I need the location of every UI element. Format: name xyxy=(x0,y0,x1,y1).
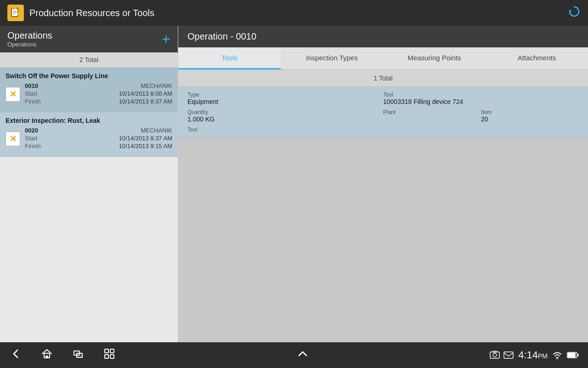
bottom-nav-left xyxy=(9,347,116,363)
app-icon xyxy=(7,5,24,21)
spacer-cell-3 xyxy=(285,109,383,123)
operation-2-start-value: 10/14/2013 8:37 AM xyxy=(119,135,172,142)
tool-detail-row: Type Equipment Tool 10003318 Filling dev… xyxy=(178,87,588,138)
operation-2-title: Exterior Inspection: Rust, Leak xyxy=(6,117,172,124)
plant-label: Plant xyxy=(383,109,481,115)
svg-rect-18 xyxy=(504,352,513,358)
tools-total: 1 Total xyxy=(178,70,588,87)
bottom-nav-center xyxy=(296,347,309,363)
svg-rect-1 xyxy=(13,8,16,9)
item-cell: Item 20 xyxy=(481,109,579,123)
quantity-cell: Quantity 1.000 KG xyxy=(187,109,285,123)
bottom-nav-right: 4:14PM xyxy=(490,349,579,361)
operation-item-2[interactable]: Exterior Inspection: Rust, Leak ✕ 0020 M… xyxy=(0,112,178,157)
operation-2-status: ✕ xyxy=(6,132,20,146)
tab-attachments[interactable]: Attachments xyxy=(486,47,588,69)
x-mark-icon-1: ✕ xyxy=(10,89,17,99)
left-header: Operations Operations + xyxy=(0,26,178,52)
up-button[interactable] xyxy=(296,347,309,363)
tabs-bar: Tools Inspection Types Measuring Points … xyxy=(178,47,588,70)
svg-rect-11 xyxy=(105,349,108,353)
app-title: Production Resources or Tools xyxy=(29,8,154,18)
operation-1-role: MECHANIK xyxy=(141,82,172,89)
svg-rect-15 xyxy=(490,352,499,358)
tools-content-area: 1 Total Type Equipment Tool 10003318 Fil… xyxy=(178,70,588,368)
operations-title: Operations xyxy=(7,30,52,41)
svg-rect-14 xyxy=(110,355,114,358)
tab-inspection-types[interactable]: Inspection Types xyxy=(281,47,383,69)
operation-1-start-line: Start 10/14/2013 8:00 AM xyxy=(25,90,172,97)
battery-icon xyxy=(567,351,579,359)
operation-1-title: Switch Off the Power Supply Line xyxy=(6,72,172,80)
recents-button[interactable] xyxy=(72,347,85,363)
time-display: 4:14PM xyxy=(518,349,548,361)
item-value: 20 xyxy=(481,115,579,123)
svg-marker-5 xyxy=(570,9,572,12)
status-icons xyxy=(490,350,514,360)
wifi-icon xyxy=(552,350,562,360)
svg-rect-22 xyxy=(577,354,579,356)
home-button[interactable] xyxy=(40,347,53,363)
operation-2-start-label: Start xyxy=(25,135,45,142)
operation-detail-header: Operation - 0010 xyxy=(178,26,588,47)
quantity-label: Quantity xyxy=(187,109,285,115)
operation-1-details: 0010 MECHANIK Start 10/14/2013 8:00 AM F… xyxy=(25,82,172,106)
top-bar-left: Production Resources or Tools xyxy=(7,5,154,21)
operation-1-finish-value: 10/14/2013 8:37 AM xyxy=(119,98,172,105)
bottom-bar: 4:14PM xyxy=(0,342,588,368)
text-label: Text xyxy=(187,126,285,133)
operation-2-header-line: 0020 MECHANIK xyxy=(25,127,172,134)
tool-detail-grid: Type Equipment Tool 10003318 Filling dev… xyxy=(187,92,579,133)
operations-total: 2 Total xyxy=(0,52,178,68)
plant-cell: Plant xyxy=(383,109,481,123)
operation-2-start-line: Start 10/14/2013 8:37 AM xyxy=(25,135,172,142)
svg-rect-7 xyxy=(45,356,48,358)
operation-1-start-label: Start xyxy=(25,90,45,97)
operation-2-role: MECHANIK xyxy=(141,127,172,134)
operation-2-row: ✕ 0020 MECHANIK Start 10/14/2013 8:37 AM… xyxy=(6,127,172,150)
item-label: Item xyxy=(481,109,579,115)
operation-item-1[interactable]: Switch Off the Power Supply Line ✕ 0010 … xyxy=(0,68,178,112)
svg-rect-21 xyxy=(568,353,576,357)
operation-1-header-line: 0010 MECHANIK xyxy=(25,82,172,89)
back-button[interactable] xyxy=(9,347,22,363)
operation-1-row: ✕ 0010 MECHANIK Start 10/14/2013 8:00 AM… xyxy=(6,82,172,106)
operation-1-number: 0010 xyxy=(25,82,38,89)
quantity-value: 1.000 KG xyxy=(187,115,285,123)
tab-tools[interactable]: Tools xyxy=(178,47,281,69)
right-panel: Operation - 0010 Tools Inspection Types … xyxy=(178,26,588,368)
operation-2-finish-value: 10/14/2013 9:15 AM xyxy=(119,143,172,150)
svg-rect-13 xyxy=(105,355,108,358)
main-content: Operations Operations + 2 Total Switch O… xyxy=(0,26,588,368)
tool-label: Tool xyxy=(383,92,481,98)
type-cell: Type Equipment xyxy=(187,92,285,105)
tool-value: 10003318 Filling device 724 xyxy=(383,98,481,105)
grid-button[interactable] xyxy=(103,347,116,363)
operation-1-finish-line: Finish 10/14/2013 8:37 AM xyxy=(25,98,172,105)
svg-point-19 xyxy=(557,358,558,359)
x-mark-icon-2: ✕ xyxy=(10,134,17,144)
refresh-icon[interactable] xyxy=(568,5,581,21)
operation-1-status: ✕ xyxy=(6,87,20,102)
left-panel: Operations Operations + 2 Total Switch O… xyxy=(0,26,178,368)
operations-subtitle: Operations xyxy=(7,41,52,48)
spacer-cell-2 xyxy=(481,92,579,105)
type-label: Type xyxy=(187,92,285,98)
svg-point-16 xyxy=(493,353,497,357)
add-operation-button[interactable]: + xyxy=(162,32,170,46)
photo-icon xyxy=(490,350,500,360)
type-value: Equipment xyxy=(187,98,285,105)
svg-rect-12 xyxy=(110,349,114,353)
time-suffix: PM xyxy=(538,352,548,360)
spacer-cell-1 xyxy=(285,92,383,105)
operation-1-start-value: 10/14/2013 8:00 AM xyxy=(119,90,172,97)
top-bar: Production Resources or Tools xyxy=(0,0,588,26)
operation-2-number: 0020 xyxy=(25,127,38,134)
operation-2-finish-label: Finish xyxy=(25,143,45,150)
svg-rect-9 xyxy=(77,353,82,357)
tool-cell: Tool 10003318 Filling device 724 xyxy=(383,92,481,105)
operation-1-finish-label: Finish xyxy=(25,98,45,105)
left-header-text: Operations Operations xyxy=(7,30,52,48)
operation-2-finish-line: Finish 10/14/2013 9:15 AM xyxy=(25,143,172,150)
tab-measuring-points[interactable]: Measuring Points xyxy=(383,47,486,69)
